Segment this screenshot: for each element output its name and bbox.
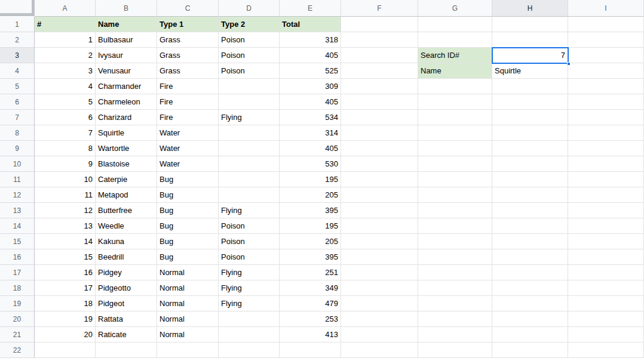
cell-A14[interactable]: 13 bbox=[35, 218, 96, 234]
cell-A20[interactable]: 19 bbox=[35, 311, 96, 327]
row-header-22[interactable]: 22 bbox=[0, 343, 35, 358]
cell-C5[interactable]: Fire bbox=[157, 79, 219, 94]
cell-D12[interactable] bbox=[219, 187, 280, 203]
row-header-5[interactable]: 5 bbox=[0, 79, 35, 94]
cell-A15[interactable]: 14 bbox=[35, 234, 96, 249]
cell-G2[interactable] bbox=[418, 32, 492, 48]
cell-A12[interactable]: 11 bbox=[35, 187, 96, 203]
cell-C20[interactable]: Normal bbox=[157, 311, 219, 327]
cell-C10[interactable]: Water bbox=[157, 156, 219, 172]
column-header-G[interactable]: G bbox=[418, 0, 492, 17]
cell-G6[interactable] bbox=[418, 94, 492, 110]
cell-F12[interactable] bbox=[341, 187, 418, 203]
cell-H10[interactable] bbox=[492, 156, 568, 172]
cell-I10[interactable] bbox=[568, 156, 644, 172]
cell-A5[interactable]: 4 bbox=[35, 79, 96, 94]
cell-F5[interactable] bbox=[341, 79, 418, 94]
cell-I6[interactable] bbox=[568, 94, 644, 110]
cell-G1[interactable] bbox=[418, 17, 492, 32]
cell-E20[interactable]: 253 bbox=[280, 311, 341, 327]
cell-B12[interactable]: Metapod bbox=[96, 187, 157, 203]
cell-G22[interactable] bbox=[418, 343, 492, 358]
row-header-12[interactable]: 12 bbox=[0, 187, 35, 203]
cell-I18[interactable] bbox=[568, 280, 644, 296]
cell-G9[interactable] bbox=[418, 141, 492, 156]
column-header-A[interactable]: A bbox=[35, 0, 96, 17]
cell-D16[interactable]: Poison bbox=[219, 249, 280, 265]
cell-B5[interactable]: Charmander bbox=[96, 79, 157, 94]
cell-C8[interactable]: Water bbox=[157, 125, 219, 141]
cell-D20[interactable] bbox=[219, 311, 280, 327]
cell-H2[interactable] bbox=[492, 32, 568, 48]
cell-F20[interactable] bbox=[341, 311, 418, 327]
cell-H13[interactable] bbox=[492, 203, 568, 218]
column-header-H[interactable]: H bbox=[492, 0, 568, 17]
cell-D7[interactable]: Flying bbox=[219, 110, 280, 125]
cell-C3[interactable]: Grass bbox=[157, 48, 219, 63]
cell-H7[interactable] bbox=[492, 110, 568, 125]
cell-E4[interactable]: 525 bbox=[280, 63, 341, 79]
cell-E9[interactable]: 405 bbox=[280, 141, 341, 156]
cell-H9[interactable] bbox=[492, 141, 568, 156]
cell-H3[interactable]: 7 bbox=[492, 48, 568, 63]
cell-I1[interactable] bbox=[568, 17, 644, 32]
cell-H14[interactable] bbox=[492, 218, 568, 234]
row-header-20[interactable]: 20 bbox=[0, 311, 35, 327]
cell-B20[interactable]: Rattata bbox=[96, 311, 157, 327]
cell-E5[interactable]: 309 bbox=[280, 79, 341, 94]
row-header-18[interactable]: 18 bbox=[0, 280, 35, 296]
cell-B14[interactable]: Weedle bbox=[96, 218, 157, 234]
cell-B16[interactable]: Beedrill bbox=[96, 249, 157, 265]
cell-F8[interactable] bbox=[341, 125, 418, 141]
cell-G7[interactable] bbox=[418, 110, 492, 125]
cell-C15[interactable]: Bug bbox=[157, 234, 219, 249]
cell-A1[interactable]: # bbox=[35, 17, 96, 32]
cell-C12[interactable]: Bug bbox=[157, 187, 219, 203]
cell-F13[interactable] bbox=[341, 203, 418, 218]
column-header-E[interactable]: E bbox=[280, 0, 341, 17]
row-header-1[interactable]: 1 bbox=[0, 17, 35, 32]
cell-F19[interactable] bbox=[341, 296, 418, 311]
cell-H5[interactable] bbox=[492, 79, 568, 94]
cell-I3[interactable] bbox=[568, 48, 644, 63]
cell-B13[interactable]: Butterfree bbox=[96, 203, 157, 218]
cell-H6[interactable] bbox=[492, 94, 568, 110]
cell-A18[interactable]: 17 bbox=[35, 280, 96, 296]
cell-G11[interactable] bbox=[418, 172, 492, 187]
cell-C9[interactable]: Water bbox=[157, 141, 219, 156]
cell-A22[interactable] bbox=[35, 343, 96, 358]
cell-F9[interactable] bbox=[341, 141, 418, 156]
cell-C11[interactable]: Bug bbox=[157, 172, 219, 187]
cell-H21[interactable] bbox=[492, 327, 568, 343]
row-header-15[interactable]: 15 bbox=[0, 234, 35, 249]
cell-I19[interactable] bbox=[568, 296, 644, 311]
cell-D19[interactable]: Flying bbox=[219, 296, 280, 311]
cell-E17[interactable]: 251 bbox=[280, 265, 341, 280]
cell-C22[interactable] bbox=[157, 343, 219, 358]
column-header-F[interactable]: F bbox=[341, 0, 418, 17]
row-header-11[interactable]: 11 bbox=[0, 172, 35, 187]
cell-I20[interactable] bbox=[568, 311, 644, 327]
cell-A8[interactable]: 7 bbox=[35, 125, 96, 141]
cell-D13[interactable]: Flying bbox=[219, 203, 280, 218]
cell-F21[interactable] bbox=[341, 327, 418, 343]
cell-G20[interactable] bbox=[418, 311, 492, 327]
row-header-3[interactable]: 3 bbox=[0, 48, 35, 63]
cell-D11[interactable] bbox=[219, 172, 280, 187]
cell-I14[interactable] bbox=[568, 218, 644, 234]
cell-C16[interactable]: Bug bbox=[157, 249, 219, 265]
cell-F22[interactable] bbox=[341, 343, 418, 358]
cell-E3[interactable]: 405 bbox=[280, 48, 341, 63]
cell-D6[interactable] bbox=[219, 94, 280, 110]
row-header-21[interactable]: 21 bbox=[0, 327, 35, 343]
cell-G15[interactable] bbox=[418, 234, 492, 249]
cell-I17[interactable] bbox=[568, 265, 644, 280]
cell-H17[interactable] bbox=[492, 265, 568, 280]
cell-F15[interactable] bbox=[341, 234, 418, 249]
cell-H12[interactable] bbox=[492, 187, 568, 203]
cell-E19[interactable]: 479 bbox=[280, 296, 341, 311]
cell-A2[interactable]: 1 bbox=[35, 32, 96, 48]
cell-H8[interactable] bbox=[492, 125, 568, 141]
cell-F16[interactable] bbox=[341, 249, 418, 265]
cell-A9[interactable]: 8 bbox=[35, 141, 96, 156]
